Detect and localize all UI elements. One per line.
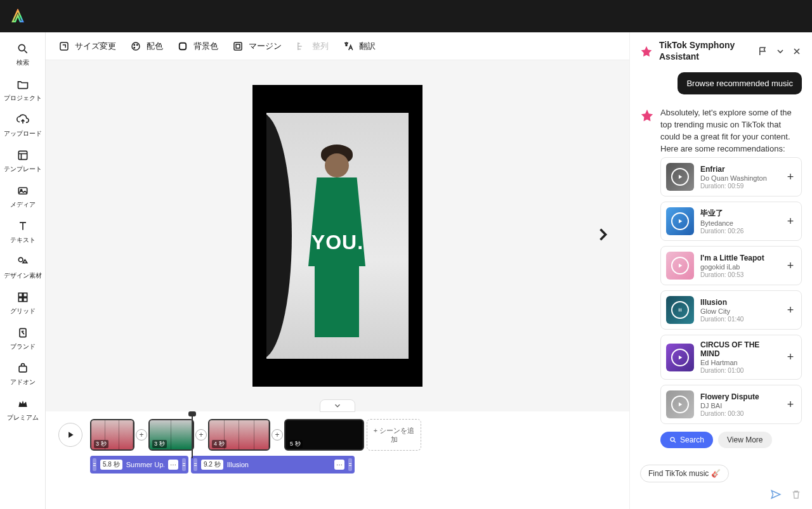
add-music-button[interactable]: +	[785, 304, 796, 316]
sidebar-item-template[interactable]: テンプレート	[3, 144, 43, 178]
playhead[interactable]	[192, 414, 193, 458]
play-icon[interactable]	[671, 168, 689, 186]
sidebar-item-premium[interactable]: プレミアム	[3, 392, 43, 427]
audio-more-button[interactable]: ⋯	[168, 460, 178, 470]
audio-clip-2[interactable]: 9.2 秒 Illusion ⋯	[191, 456, 355, 474]
music-item[interactable]: IllusionGlow CityDuration: 01:40+	[660, 290, 802, 330]
view-more-button[interactable]: View More	[718, 432, 771, 448]
sidebar-item-upload[interactable]: アップロード	[3, 108, 43, 143]
sidebar-item-search[interactable]: 検索	[3, 37, 43, 72]
music-item[interactable]: I'm a Little Teapotgogokid iLabDuration:…	[660, 246, 802, 285]
search-button[interactable]: Search	[660, 432, 713, 448]
pause-icon[interactable]	[671, 301, 689, 319]
overlay-text: YOU.	[311, 231, 363, 254]
music-artist: gogokid iLab	[700, 263, 778, 271]
play-button[interactable]	[58, 423, 82, 447]
folder-icon	[16, 78, 29, 91]
music-thumb[interactable]	[666, 344, 694, 371]
context-toolbar: サイズ変更 配色 背景色 マージン 整列 翻訳	[46, 32, 629, 60]
trash-icon[interactable]	[790, 489, 802, 500]
sidebar-item-text[interactable]: テキスト	[3, 215, 43, 249]
add-music-button[interactable]: +	[785, 171, 796, 183]
music-artist: Bytedance	[700, 219, 778, 227]
workspace: サイズ変更 配色 背景色 マージン 整列 翻訳 YOU.	[46, 32, 629, 509]
music-thumb[interactable]	[666, 296, 694, 324]
audio-track[interactable]: 5.8 秒 Summer Up... ⋯ 9.2 秒 Illusion ⋯	[90, 456, 617, 474]
play-icon[interactable]	[671, 396, 689, 413]
play-icon[interactable]	[671, 349, 689, 366]
music-title: CIRCUS OF THE MIND	[700, 340, 778, 358]
toolbar-margin[interactable]: マージン	[232, 41, 282, 52]
svg-rect-7	[18, 298, 22, 302]
add-music-button[interactable]: +	[785, 399, 796, 410]
margin-icon	[232, 41, 244, 52]
svg-point-12	[132, 42, 140, 50]
sidebar-item-addon[interactable]: アドオン	[3, 357, 43, 391]
sidebar-item-brand[interactable]: ブランド	[3, 321, 43, 356]
tiktok-symphony-icon	[640, 108, 654, 122]
suggestion-chip[interactable]: Find TikTok music 🎸	[640, 465, 729, 482]
svg-point-4	[18, 257, 23, 262]
music-item[interactable]: CIRCUS OF THE MINDEd HartmanDuration: 01…	[660, 335, 802, 380]
flag-icon[interactable]	[757, 46, 769, 57]
music-thumb[interactable]	[666, 252, 694, 280]
add-scene-button[interactable]: + シーンを追加	[367, 419, 421, 451]
chevron-down-icon[interactable]	[775, 46, 785, 56]
translate-icon	[343, 41, 354, 52]
audio-clip-1[interactable]: 5.8 秒 Summer Up... ⋯	[90, 456, 188, 474]
play-icon[interactable]	[671, 257, 689, 274]
audio-more-button[interactable]: ⋯	[334, 460, 344, 470]
canvas-area[interactable]: YOU.	[46, 60, 629, 411]
music-item[interactable]: EnfriarDo Quan WashingtonDuration: 00:59…	[660, 157, 802, 197]
music-thumb[interactable]	[666, 163, 694, 191]
music-item[interactable]: 毕业了BytedanceDuration: 00:26+	[660, 202, 802, 241]
add-music-button[interactable]: +	[785, 216, 796, 227]
trim-handle[interactable]	[193, 458, 197, 471]
music-thumb[interactable]	[666, 390, 694, 418]
svg-point-21	[671, 437, 674, 441]
add-music-button[interactable]: +	[785, 260, 796, 271]
add-between-button[interactable]: +	[195, 429, 207, 441]
svg-point-14	[137, 44, 138, 46]
sidebar-item-grid[interactable]: グリッド	[3, 286, 43, 320]
clip-2[interactable]: 3 秒	[148, 419, 194, 451]
addon-icon	[16, 362, 29, 375]
trim-handle[interactable]	[348, 458, 352, 471]
sidebar-item-project[interactable]: プロジェクト	[3, 73, 43, 107]
music-item[interactable]: Flowery DisputeDJ BAIDuration: 00:30+	[660, 385, 802, 424]
next-scene-button[interactable]	[594, 226, 612, 246]
video-track[interactable]: 3 秒 + 3 秒 + 4 秒 + 5 秒 + シーンを追加	[90, 419, 617, 451]
svg-point-0	[18, 44, 25, 51]
toolbar-colors[interactable]: 配色	[130, 41, 163, 52]
clip-1[interactable]: 3 秒	[90, 419, 134, 451]
brand-icon	[16, 326, 29, 339]
video-preview[interactable]: YOU.	[252, 85, 422, 387]
svg-point-15	[134, 47, 135, 48]
toolbar-translate[interactable]: 翻訳	[343, 41, 376, 52]
svg-rect-6	[23, 293, 27, 297]
assistant-panel: TikTok Symphony Assistant Browse recomme…	[629, 32, 812, 509]
toolbar-resize[interactable]: サイズ変更	[58, 41, 116, 52]
toolbar-bg[interactable]: 背景色	[177, 41, 218, 52]
palette-icon	[130, 41, 141, 52]
app-logo	[10, 9, 25, 24]
close-icon[interactable]	[792, 46, 802, 56]
play-icon[interactable]	[671, 212, 689, 230]
svg-rect-19	[679, 309, 679, 312]
collapse-timeline-button[interactable]	[320, 399, 355, 412]
music-thumb[interactable]	[666, 207, 694, 235]
svg-rect-5	[18, 293, 22, 297]
send-icon[interactable]	[770, 489, 782, 500]
sidebar-item-elements[interactable]: デザイン素材	[3, 250, 43, 285]
trim-handle[interactable]	[182, 458, 186, 471]
tiktok-symphony-icon	[640, 45, 653, 58]
clip-4[interactable]: 5 秒	[284, 419, 364, 451]
add-between-button[interactable]: +	[272, 429, 283, 441]
music-duration: Duration: 00:30	[700, 410, 778, 417]
sidebar-item-media[interactable]: メディア	[3, 179, 43, 214]
clip-3[interactable]: 4 秒	[208, 419, 270, 451]
add-between-button[interactable]: +	[136, 429, 147, 441]
music-artist: Glow City	[700, 307, 778, 315]
trim-handle[interactable]	[93, 458, 96, 471]
add-music-button[interactable]: +	[785, 352, 796, 363]
